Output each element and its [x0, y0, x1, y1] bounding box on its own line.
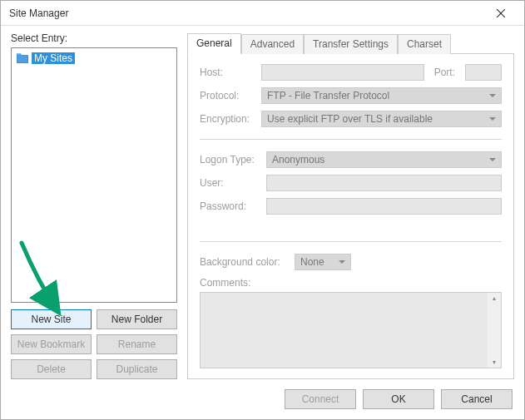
svg-rect-2 — [17, 53, 21, 54]
comments-scrollbar[interactable]: ▴ ▾ — [488, 293, 501, 368]
bg-color-label: Background color: — [200, 256, 288, 268]
select-entry-label: Select Entry: — [11, 32, 177, 44]
protocol-value: FTP - File Transfer Protocol — [267, 90, 389, 101]
port-label: Port: — [431, 67, 458, 78]
logon-type-select[interactable]: Anonymous — [266, 151, 502, 168]
new-bookmark-button: New Bookmark — [11, 334, 92, 354]
scroll-up-icon: ▴ — [493, 294, 496, 302]
host-label: Host: — [200, 67, 255, 78]
rename-button: Rename — [97, 334, 177, 354]
connect-button: Connect — [285, 389, 356, 409]
host-row: Host: Port: — [200, 64, 502, 81]
logon-type-value: Anonymous — [272, 154, 324, 166]
tab-transfer-settings[interactable]: Transfer Settings — [304, 34, 398, 54]
content-area: Select Entry: My Sites New Site New Fold… — [1, 26, 524, 379]
tab-advanced[interactable]: Advanced — [241, 34, 304, 54]
password-input[interactable] — [266, 198, 502, 215]
site-manager-window: Site Manager Select Entry: My S — [0, 0, 525, 420]
duplicate-button: Duplicate — [97, 359, 177, 379]
close-button[interactable] — [484, 2, 518, 25]
bg-color-select[interactable]: None — [295, 254, 351, 270]
password-row: Password: — [200, 198, 502, 215]
titlebar: Site Manager — [1, 1, 524, 26]
protocol-label: Protocol: — [200, 90, 255, 101]
encryption-select[interactable]: Use explicit FTP over TLS if available — [261, 111, 502, 127]
port-input[interactable] — [465, 64, 502, 81]
bg-color-value: None — [300, 256, 324, 268]
bg-color-row: Background color: None — [200, 254, 502, 270]
window-title: Site Manager — [9, 7, 68, 19]
right-pane: General Advanced Transfer Settings Chars… — [187, 32, 514, 379]
protocol-select[interactable]: FTP - File Transfer Protocol — [261, 87, 502, 104]
general-panel: Host: Port: Protocol: FTP - File Transfe… — [187, 54, 514, 379]
delete-button: Delete — [11, 359, 92, 379]
divider-2 — [200, 241, 502, 242]
tab-general[interactable]: General — [187, 33, 241, 54]
new-site-button[interactable]: New Site — [11, 309, 92, 329]
footer-buttons: Connect OK Cancel — [1, 379, 524, 419]
divider-1 — [200, 139, 502, 140]
site-buttons: New Site New Folder New Bookmark Rename … — [11, 309, 177, 379]
logon-type-label: Logon Type: — [200, 154, 260, 166]
ok-button[interactable]: OK — [363, 389, 434, 409]
comments-wrap: ▴ ▾ — [200, 292, 502, 368]
scroll-down-icon: ▾ — [493, 358, 496, 366]
close-icon — [497, 9, 505, 17]
left-pane: Select Entry: My Sites New Site New Fold… — [11, 32, 177, 379]
comments-input[interactable] — [201, 293, 488, 368]
comments-label: Comments: — [200, 277, 255, 289]
password-label: Password: — [200, 200, 260, 212]
encryption-row: Encryption: Use explicit FTP over TLS if… — [200, 111, 502, 127]
new-folder-button[interactable]: New Folder — [97, 309, 177, 329]
cancel-button[interactable]: Cancel — [441, 389, 513, 409]
user-label: User: — [200, 177, 260, 189]
encryption-label: Encryption: — [200, 113, 255, 125]
comments-area: Comments: ▴ ▾ — [200, 277, 502, 368]
tree-item-label: My Sites — [32, 52, 75, 64]
site-tree[interactable]: My Sites — [11, 47, 177, 303]
host-input[interactable] — [261, 64, 424, 81]
tab-strip: General Advanced Transfer Settings Chars… — [187, 32, 514, 54]
tree-item-my-sites[interactable]: My Sites — [13, 52, 175, 65]
protocol-row: Protocol: FTP - File Transfer Protocol — [200, 87, 502, 104]
logon-type-row: Logon Type: Anonymous — [200, 151, 502, 168]
tab-charset[interactable]: Charset — [398, 34, 451, 54]
folder-icon — [17, 53, 28, 63]
user-row: User: — [200, 175, 502, 191]
user-input[interactable] — [266, 175, 502, 191]
encryption-value: Use explicit FTP over TLS if available — [267, 113, 433, 125]
